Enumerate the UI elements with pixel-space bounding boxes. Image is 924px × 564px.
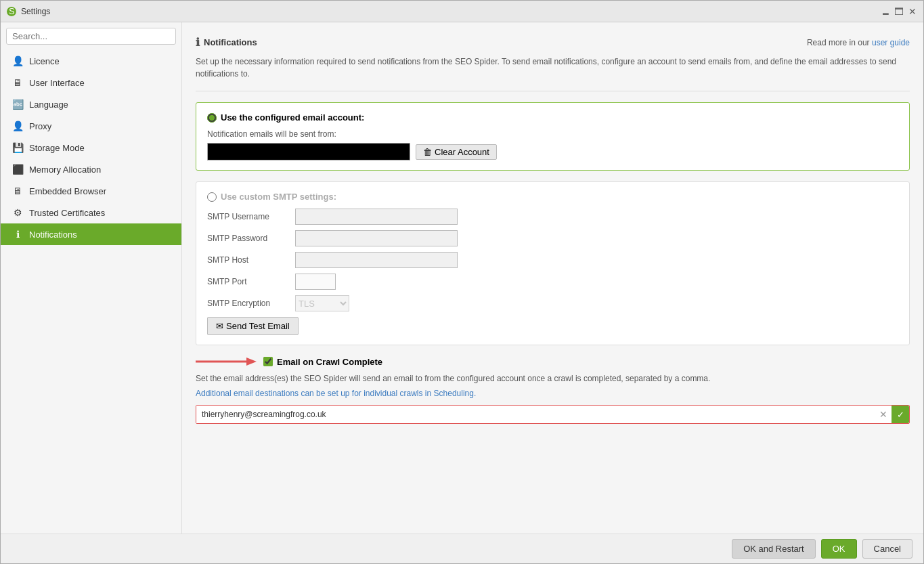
sidebar-item-licence[interactable]: 👤 Licence xyxy=(1,50,181,72)
email-on-crawl-label: Email on Crawl Complete xyxy=(277,357,382,367)
title-bar: S Settings 🗕 🗖 ✕ xyxy=(1,1,923,22)
title-bar-text: Settings xyxy=(21,7,880,16)
email-confirm-button[interactable]: ✓ xyxy=(892,406,909,423)
user-interface-icon: 🖥 xyxy=(12,77,24,89)
email-on-crawl-checkbox[interactable] xyxy=(263,357,273,366)
arrow-area: Email on Crawl Complete xyxy=(196,356,910,367)
check-icon: ✓ xyxy=(897,410,904,420)
proxy-icon: 👤 xyxy=(12,120,24,132)
sidebar-item-user-interface[interactable]: 🖥 User Interface xyxy=(1,72,181,93)
page-title: ℹ Notifications xyxy=(196,36,257,49)
crawl-email-input-row: ✕ ✓ xyxy=(196,405,910,424)
email-clear-button[interactable]: ✕ xyxy=(875,409,892,420)
browser-icon: 🖥 xyxy=(12,185,24,197)
page-header: ℹ Notifications Read more in our user gu… xyxy=(196,36,910,49)
maximize-button[interactable]: 🗖 xyxy=(894,6,904,17)
content-area: 👤 Licence 🖥 User Interface 🔤 Language 👤 … xyxy=(1,22,923,534)
sidebar-item-label: Trusted Certificates xyxy=(29,208,105,218)
smtp-radio[interactable] xyxy=(207,192,217,202)
smtp-host-row: SMTP Host xyxy=(207,252,898,268)
smtp-password-label: SMTP Password xyxy=(207,234,295,243)
search-input[interactable] xyxy=(12,31,170,41)
svg-text:S: S xyxy=(9,6,15,16)
scheduling-note: Additional email destinations can be set… xyxy=(196,389,910,398)
minimize-button[interactable]: 🗕 xyxy=(880,6,891,17)
close-button[interactable]: ✕ xyxy=(907,6,918,17)
trash-icon: 🗑 xyxy=(423,147,432,157)
configured-email-section: Use the configured email account: Notifi… xyxy=(196,102,910,171)
sidebar-item-label: Language xyxy=(29,100,68,110)
envelope-icon: ✉ xyxy=(216,321,223,331)
info-icon: ℹ xyxy=(196,36,200,49)
smtp-port-label: SMTP Port xyxy=(207,277,295,286)
sidebar-item-language[interactable]: 🔤 Language xyxy=(1,93,181,115)
sidebar: 👤 Licence 🖥 User Interface 🔤 Language 👤 … xyxy=(1,22,182,534)
smtp-radio-row: Use custom SMTP settings: xyxy=(207,192,898,202)
sidebar-item-label: Embedded Browser xyxy=(29,186,106,196)
sidebar-item-label: Proxy xyxy=(29,121,51,131)
sidebar-item-embedded-browser[interactable]: 🖥 Embedded Browser xyxy=(1,180,181,202)
sidebar-item-label: Memory Allocation xyxy=(29,165,101,175)
cancel-button[interactable]: Cancel xyxy=(862,539,912,559)
email-on-crawl-row: Email on Crawl Complete xyxy=(263,357,382,367)
smtp-password-row: SMTP Password xyxy=(207,230,898,246)
smtp-fields: SMTP Username SMTP Password SMTP Host SM… xyxy=(207,209,898,311)
ok-restart-button[interactable]: OK and Restart xyxy=(732,539,816,559)
storage-icon: 💾 xyxy=(12,142,24,154)
title-bar-buttons: 🗕 🗖 ✕ xyxy=(880,6,918,17)
configured-email-radio-row: Use the configured email account: xyxy=(207,112,898,123)
smtp-section: Use custom SMTP settings: SMTP Username … xyxy=(196,181,910,345)
read-more-text: Read more in our xyxy=(807,38,872,47)
notifications-icon: ℹ xyxy=(12,228,24,240)
sidebar-item-label: User Interface xyxy=(29,78,85,88)
bottom-bar: OK and Restart OK Cancel xyxy=(1,534,923,563)
smtp-username-input[interactable] xyxy=(295,209,458,225)
main-content: ℹ Notifications Read more in our user gu… xyxy=(182,22,923,534)
certificates-icon: ⚙ xyxy=(12,207,24,219)
smtp-encryption-select[interactable]: TLS SSL None xyxy=(295,295,349,311)
search-box[interactable] xyxy=(6,28,176,45)
smtp-host-input[interactable] xyxy=(295,252,458,268)
crawl-email-input[interactable] xyxy=(196,406,875,423)
configured-email-field[interactable] xyxy=(207,143,410,160)
sidebar-item-label: Storage Mode xyxy=(29,143,85,153)
ok-button[interactable]: OK xyxy=(821,539,857,559)
smtp-username-row: SMTP Username xyxy=(207,209,898,225)
arrow-container xyxy=(196,356,257,367)
smtp-label: Use custom SMTP settings: xyxy=(221,192,336,202)
from-label: Notification emails will be sent from: xyxy=(207,129,898,139)
sidebar-item-notifications[interactable]: ℹ Notifications xyxy=(1,223,181,245)
language-icon: 🔤 xyxy=(12,98,24,110)
sidebar-item-label: Notifications xyxy=(29,230,77,240)
licence-icon: 👤 xyxy=(12,55,24,67)
sidebar-item-proxy[interactable]: 👤 Proxy xyxy=(1,115,181,137)
smtp-host-label: SMTP Host xyxy=(207,255,295,265)
send-test-email-button[interactable]: ✉ Send Test Email xyxy=(207,317,299,335)
configured-email-label: Use the configured email account: xyxy=(221,112,364,123)
smtp-encryption-label: SMTP Encryption xyxy=(207,299,295,308)
configured-email-radio[interactable] xyxy=(207,113,217,123)
user-guide-area: Read more in our user guide xyxy=(807,37,910,47)
sidebar-item-label: Licence xyxy=(29,56,60,66)
smtp-username-label: SMTP Username xyxy=(207,212,295,221)
description: Set up the necessary information require… xyxy=(196,56,910,91)
settings-window: S Settings 🗕 🗖 ✕ 👤 Licence 🖥 User Interf… xyxy=(0,0,924,564)
crawl-description: Set the email address(es) the SEO Spider… xyxy=(196,372,910,385)
sidebar-item-trusted-certificates[interactable]: ⚙ Trusted Certificates xyxy=(1,202,181,223)
sidebar-item-memory-allocation[interactable]: ⬛ Memory Allocation xyxy=(1,158,181,180)
email-row: 🗑 Clear Account xyxy=(207,143,898,160)
smtp-port-row: SMTP Port 1 xyxy=(207,274,898,290)
memory-icon: ⬛ xyxy=(12,163,24,175)
sidebar-item-storage-mode[interactable]: 💾 Storage Mode xyxy=(1,137,181,158)
smtp-port-input[interactable]: 1 xyxy=(295,274,336,290)
red-arrow xyxy=(196,356,257,367)
nav-list: 👤 Licence 🖥 User Interface 🔤 Language 👤 … xyxy=(1,50,181,245)
smtp-encryption-row: SMTP Encryption TLS SSL None xyxy=(207,295,898,311)
svg-marker-3 xyxy=(246,357,257,366)
smtp-password-input[interactable] xyxy=(295,230,458,246)
clear-account-button[interactable]: 🗑 Clear Account xyxy=(416,144,497,160)
app-icon: S xyxy=(6,6,17,17)
user-guide-link[interactable]: user guide xyxy=(872,38,910,47)
